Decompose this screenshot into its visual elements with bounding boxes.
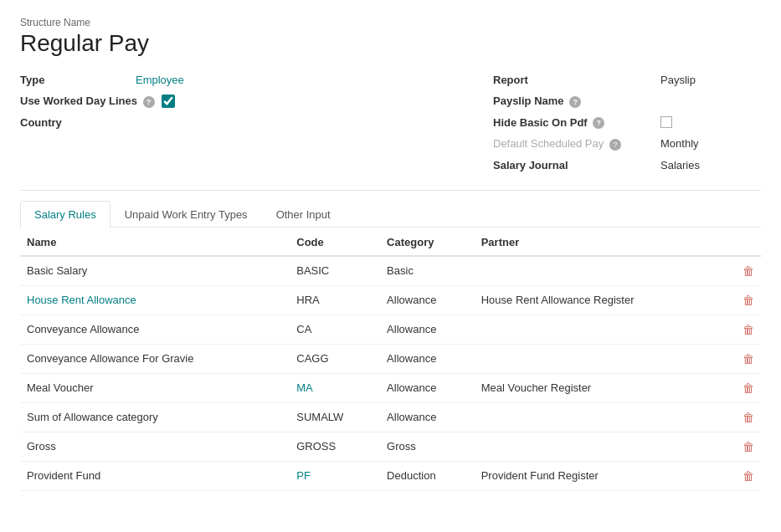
table-row: Meal Voucher MA Allowance Meal Voucher R…	[20, 373, 761, 402]
row-partner	[475, 432, 723, 461]
row-code: SUMALW	[290, 402, 380, 432]
salary-journal-label: Salary Journal	[493, 159, 660, 171]
table-row: Conveyance Allowance CA Allowance 🗑	[20, 315, 761, 344]
tab-salary-rules[interactable]: Salary Rules	[20, 201, 110, 228]
row-category: Allowance	[380, 344, 475, 373]
trash-icon[interactable]: 🗑	[742, 294, 754, 307]
table-row: House Rent Allowance HRA Allowance House…	[20, 285, 761, 315]
row-code: CAGG	[290, 344, 380, 373]
row-code[interactable]: MA	[290, 373, 380, 402]
type-label: Type	[20, 74, 129, 86]
row-category: Allowance	[380, 285, 475, 315]
col-header-category: Category	[380, 228, 475, 256]
row-partner	[475, 402, 723, 432]
table-row: Provident Fund PF Deduction Provident Fu…	[20, 461, 761, 490]
default-scheduled-label: Default Scheduled Pay ?	[493, 137, 660, 151]
row-category: Deduction	[380, 461, 475, 490]
row-action[interactable]: 🗑	[723, 315, 761, 344]
row-code: BASIC	[290, 256, 380, 286]
trash-icon[interactable]: 🗑	[742, 469, 754, 483]
trash-icon[interactable]: 🗑	[742, 264, 754, 278]
hide-basic-help-icon[interactable]: ?	[593, 117, 604, 129]
col-header-actions	[723, 228, 761, 256]
page-title: Regular Pay	[20, 30, 761, 57]
tab-other-input[interactable]: Other Input	[262, 201, 345, 228]
row-name: Provident Fund	[20, 461, 290, 490]
row-action[interactable]: 🗑	[723, 402, 761, 432]
report-value: Payslip	[660, 74, 761, 86]
row-partner: Meal Voucher Register	[475, 373, 723, 402]
row-code: CA	[290, 315, 380, 344]
use-worked-day-label: Use Worked Day Lines ?	[20, 95, 155, 108]
row-partner: House Rent Allowance Register	[475, 285, 723, 315]
trash-icon[interactable]: 🗑	[742, 411, 754, 424]
row-category: Allowance	[380, 402, 475, 432]
table-row: Conveyance Allowance For Gravie CAGG All…	[20, 344, 761, 373]
row-name: Gross	[20, 432, 290, 461]
table-row: Gross GROSS Gross 🗑	[20, 432, 761, 461]
col-header-code: Code	[290, 228, 380, 256]
row-name: Sum of Allowance category	[20, 402, 290, 432]
row-name: Conveyance Allowance For Gravie	[20, 344, 290, 373]
row-name: Basic Salary	[20, 256, 290, 286]
default-scheduled-help-icon[interactable]: ?	[609, 139, 621, 151]
row-category: Allowance	[380, 373, 475, 402]
hide-basic-checkbox[interactable]	[660, 116, 672, 128]
col-header-name: Name	[20, 228, 290, 256]
trash-icon[interactable]: 🗑	[742, 323, 754, 336]
row-action[interactable]: 🗑	[723, 373, 761, 402]
payslip-name-label: Payslip Name ?	[493, 95, 660, 108]
row-category: Allowance	[380, 315, 475, 344]
default-scheduled-value: Monthly	[660, 137, 761, 150]
row-code[interactable]: PF	[290, 461, 380, 490]
row-action[interactable]: 🗑	[723, 285, 761, 315]
salary-journal-value: Salaries	[660, 159, 761, 171]
structure-name-label: Structure Name	[20, 17, 761, 28]
row-action[interactable]: 🗑	[723, 461, 761, 490]
payslip-name-help-icon[interactable]: ?	[569, 96, 581, 108]
row-partner	[475, 344, 723, 373]
row-category: Gross	[380, 432, 475, 461]
report-label: Report	[493, 74, 660, 86]
row-action[interactable]: 🗑	[723, 432, 761, 461]
country-label: Country	[20, 116, 129, 129]
row-code: HRA	[290, 285, 380, 315]
use-worked-day-checkbox[interactable]	[162, 95, 175, 108]
row-name: Conveyance Allowance	[20, 315, 290, 344]
trash-icon[interactable]: 🗑	[742, 352, 754, 366]
row-category: Basic	[380, 256, 475, 286]
trash-icon[interactable]: 🗑	[742, 381, 754, 395]
table-row: Sum of Allowance category SUMALW Allowan…	[20, 402, 761, 432]
row-name[interactable]: House Rent Allowance	[20, 285, 290, 315]
hide-basic-label: Hide Basic On Pdf ?	[493, 116, 660, 130]
row-action[interactable]: 🗑	[723, 256, 761, 286]
type-value[interactable]: Employee	[136, 74, 184, 86]
row-partner: Provident Fund Register	[475, 461, 723, 490]
row-partner	[475, 315, 723, 344]
tab-unpaid-work[interactable]: Unpaid Work Entry Types	[110, 201, 262, 228]
use-worked-day-help-icon[interactable]: ?	[143, 96, 155, 108]
tabs-container: Salary Rules Unpaid Work Entry Types Oth…	[20, 201, 761, 228]
row-code: GROSS	[290, 432, 380, 461]
row-name: Meal Voucher	[20, 373, 290, 402]
col-header-partner: Partner	[475, 228, 723, 256]
row-action[interactable]: 🗑	[723, 344, 761, 373]
trash-icon[interactable]: 🗑	[742, 440, 754, 453]
salary-rules-table: Name Code Category Partner Basic Salary …	[20, 228, 761, 491]
table-row: Basic Salary BASIC Basic 🗑	[20, 256, 761, 286]
row-partner	[475, 256, 723, 286]
